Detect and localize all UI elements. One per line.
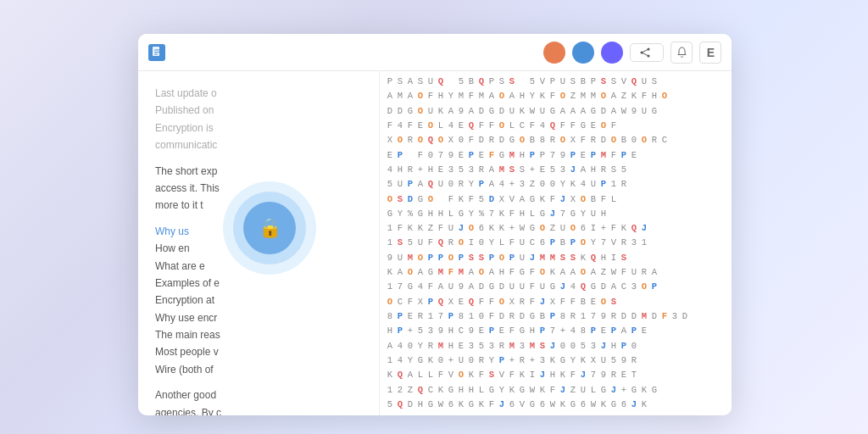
grid-cell: U (415, 236, 426, 250)
grid-cell: F (507, 236, 517, 250)
grid-cell: W (436, 398, 446, 412)
grid-cell: J (568, 163, 578, 177)
grid-cell: B (466, 75, 476, 89)
grid-cell: F (527, 280, 537, 294)
grid-cell: M (588, 89, 598, 103)
grid-cell: K (537, 89, 548, 103)
grid-cell: V (497, 368, 507, 382)
grid-cell: C (659, 133, 670, 147)
grid-cell: P (537, 324, 548, 338)
grid-cell: W (527, 383, 537, 398)
grid-cell: O (537, 265, 548, 280)
grid-cell: H (446, 324, 456, 338)
grid-cell: 3 (466, 339, 476, 353)
grid-cell: U (517, 236, 527, 250)
grid-cell: A (609, 89, 619, 103)
grid-cell: B (578, 295, 588, 309)
grid-cell: K (537, 192, 548, 207)
grid-cell: 0 (426, 148, 436, 163)
grid-cell: E (385, 148, 395, 163)
grid-cell: 7 (436, 309, 446, 324)
grid-cell: R (609, 309, 619, 324)
grid-cell: Z (405, 383, 415, 398)
grid-cell: R (639, 265, 649, 280)
grid-cell: 3 (446, 163, 456, 177)
grid-cell: B (578, 75, 588, 89)
content-area: 🔒 Last update o Published on Encryption … (138, 71, 732, 415)
grid-cell: B (537, 309, 548, 324)
toc-item: The short exp (155, 163, 365, 180)
grid-cell: G (649, 383, 659, 398)
grid-cell: Q (548, 119, 558, 133)
grid-cell: E (537, 163, 548, 177)
grid-cell: F (568, 119, 578, 133)
share-button[interactable] (630, 43, 664, 62)
grid-cell: F (639, 89, 649, 103)
grid-cell: F (527, 119, 537, 133)
grid-cell: A (395, 265, 405, 280)
grid-cell: F (436, 221, 446, 236)
grid-cell: O (609, 133, 619, 147)
grid-cell: G (446, 383, 456, 398)
grid-cell: K (639, 398, 649, 412)
grid-cell: A (415, 265, 426, 280)
toolbar-right: E (543, 42, 721, 64)
grid-cell: 5 (476, 339, 487, 353)
grid-cell: P (385, 75, 395, 89)
grid-cell: S (487, 368, 497, 382)
grid-cell: 6 (578, 398, 588, 412)
grid-cell: L (588, 383, 598, 398)
grid-cell: A (619, 324, 629, 338)
notification-button[interactable] (670, 42, 693, 64)
grid-cell: 5 (578, 339, 588, 353)
grid-cell: 4 (568, 280, 578, 294)
grid-cell: Y (568, 353, 578, 368)
grid-cell: M (436, 265, 446, 280)
grid-cell: F (487, 398, 497, 412)
grid-cell: 9 (446, 148, 456, 163)
grid-cell: O (517, 133, 527, 147)
grid-cell: E (476, 148, 487, 163)
grid-cell: G (466, 398, 476, 412)
grid-cell: A (507, 89, 517, 103)
grid-cell: A (588, 265, 598, 280)
toc-item: Most people v (155, 343, 365, 360)
grid-cell: Y (405, 353, 415, 368)
menu-button[interactable]: E (699, 42, 721, 64)
grid-cell: A (609, 104, 619, 119)
grid-cell: V (609, 236, 619, 250)
grid-cell: 4 (446, 119, 456, 133)
grid-cell: R (568, 309, 578, 324)
avatar-n (572, 42, 594, 64)
grid-cell: E (497, 324, 507, 338)
grid-cell: P (588, 324, 598, 338)
toolbar: E (138, 34, 732, 71)
grid-cell: O (415, 89, 426, 103)
grid-cell: 6 (476, 221, 487, 236)
grid-cell: D (497, 133, 507, 147)
grid-cell: X (446, 295, 456, 309)
grid-cell: Z (568, 383, 578, 398)
grid-cell: P (629, 324, 639, 338)
grid-cell: C (426, 383, 436, 398)
grid-cell: W (588, 398, 598, 412)
grid-cell: 9 (436, 324, 446, 338)
grid-cell: F (609, 148, 619, 163)
grid-cell: J (558, 192, 568, 207)
grid-cell: 0 (405, 339, 415, 353)
grid-cell: R (649, 133, 659, 147)
grid-cell: 9 (385, 251, 395, 265)
grid-cell: O (598, 295, 609, 309)
grid-cell: S (517, 163, 527, 177)
grid-cell: S (507, 75, 517, 89)
grid-cell: H (436, 89, 446, 103)
grid-cell: J (598, 339, 609, 353)
grid-cell: O (405, 265, 415, 280)
grid-cell: G (558, 353, 568, 368)
grid-cell: X (415, 295, 426, 309)
grid-cell: R (497, 339, 507, 353)
grid-cell: % (405, 207, 415, 221)
toc-item: Last update o (155, 85, 365, 102)
grid-cell: J (527, 251, 537, 265)
grid-cell: 9 (598, 368, 609, 382)
